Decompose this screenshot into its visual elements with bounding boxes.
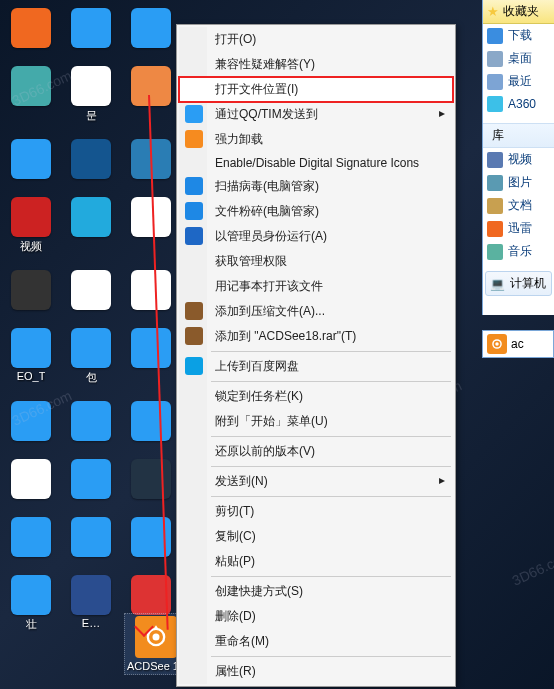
desktop-icon[interactable] [122,517,180,559]
desktop-icon[interactable] [62,270,120,312]
desktop-icon[interactable] [122,459,180,501]
nav-recent[interactable]: 最近 [483,70,554,93]
context-menu-pin-taskbar[interactable]: 锁定到任务栏(K) [179,384,453,409]
cloud-icon [185,357,203,375]
nav-a360[interactable]: A360 [483,93,554,115]
desktop-icon[interactable] [122,139,180,181]
context-menu-send-to[interactable]: 发送到(N)▸ [179,469,453,494]
context-menu-file-shred[interactable]: 文件粉碎(电脑管家) [179,199,453,224]
desktop-icon[interactable] [2,270,60,312]
qq-icon [185,105,203,123]
nav-favorites-header[interactable]: ★收藏夹 [483,0,554,24]
desktop-icon[interactable] [122,401,180,443]
context-menu-copy[interactable]: 复制(C) [179,524,453,549]
watermark: 3D66.com [510,547,554,588]
nav-library-header[interactable]: 库 [483,123,554,148]
desktop-icon[interactable] [62,517,120,559]
winrar-icon [185,327,203,345]
acdsee-icon [487,334,507,354]
desktop-icon[interactable] [62,139,120,181]
download-icon [487,28,503,44]
nav-downloads[interactable]: 下载 [483,24,554,47]
context-menu-rename[interactable]: 重命名(M) [179,629,453,654]
context-menu-scan-virus[interactable]: 扫描病毒(电脑管家) [179,174,453,199]
desktop-icon[interactable] [122,270,180,312]
svg-point-3 [495,342,499,346]
winrar-icon [185,302,203,320]
svg-point-1 [153,634,160,641]
recent-icon [487,74,503,90]
context-menu-restore-versions[interactable]: 还原以前的版本(V) [179,439,453,464]
context-menu-delete[interactable]: 删除(D) [179,604,453,629]
xunlei-icon [487,221,503,237]
admin-shield-icon [185,227,203,245]
context-menu: 打开(O) 兼容性疑难解答(Y) 打开文件位置(I) 通过QQ/TIM发送到▸ … [176,24,456,687]
context-menu-add-to-archive[interactable]: 添加到压缩文件(A)... [179,299,453,324]
desktop-icon[interactable] [2,459,60,501]
desktop-icon[interactable] [2,517,60,559]
context-menu-paste[interactable]: 粘贴(P) [179,549,453,574]
desktop-icon[interactable]: 包 [62,328,120,385]
nav-videos[interactable]: 视频 [483,148,554,171]
computer-icon: 💻 [490,277,505,291]
explorer-nav-pane: ★收藏夹 下载 桌面 最近 A360 库 视频 图片 文档 迅雷 音乐 💻计算机 [482,0,554,315]
context-menu-properties[interactable]: 属性(R) [179,659,453,684]
context-menu-create-shortcut[interactable]: 创建快捷方式(S) [179,579,453,604]
nav-xunlei[interactable]: 迅雷 [483,217,554,240]
a360-icon [487,96,503,112]
document-icon [487,198,503,214]
nav-music[interactable]: 音乐 [483,240,554,263]
star-icon: ★ [487,4,499,19]
desktop-icon-grid: 문 视频 EO_T 包 壮 E… kyN… [0,0,180,640]
desktop-icon[interactable] [122,8,180,50]
desktop-icon[interactable] [2,8,60,50]
desktop-icon[interactable]: 视频 [2,197,60,254]
desktop-icon[interactable] [122,328,180,385]
music-icon [487,244,503,260]
nav-pictures[interactable]: 图片 [483,171,554,194]
context-menu-open[interactable]: 打开(O) [179,27,453,52]
context-menu-pin-start[interactable]: 附到「开始」菜单(U) [179,409,453,434]
nav-documents[interactable]: 文档 [483,194,554,217]
desktop-icon [487,51,503,67]
desktop-icon[interactable] [62,459,120,501]
desktop-icon[interactable]: 문 [62,66,120,123]
nav-computer[interactable]: 💻计算机 [485,271,552,296]
desktop-icon[interactable] [122,66,180,123]
desktop-icon[interactable] [2,401,60,443]
context-menu-run-as-admin[interactable]: 以管理员身份运行(A) [179,224,453,249]
desktop-icon[interactable] [2,66,60,123]
context-menu-get-admin[interactable]: 获取管理权限 [179,249,453,274]
context-menu-cut[interactable]: 剪切(T) [179,499,453,524]
desktop-icon[interactable] [2,139,60,181]
desktop-icon[interactable]: E… [62,575,120,632]
context-menu-digital-signature[interactable]: Enable/Disable Digital Signature Icons [179,152,453,174]
uninstall-icon [185,130,203,148]
context-menu-open-with-notepad[interactable]: 用记事本打开该文件 [179,274,453,299]
desktop-icon[interactable] [62,8,120,50]
context-menu-open-file-location[interactable]: 打开文件位置(I) [179,77,453,102]
desktop-icon[interactable] [62,197,120,254]
picture-icon [487,175,503,191]
desktop-icon[interactable]: 壮 [2,575,60,632]
context-menu-upload-baidu[interactable]: 上传到百度网盘 [179,354,453,379]
nav-desktop[interactable]: 桌面 [483,47,554,70]
context-menu-compat-troubleshoot[interactable]: 兼容性疑难解答(Y) [179,52,453,77]
desktop-icon[interactable] [62,401,120,443]
shield-icon [185,202,203,220]
shield-icon [185,177,203,195]
context-menu-qq-send[interactable]: 通过QQ/TIM发送到▸ [179,102,453,127]
desktop-icon[interactable] [122,197,180,254]
acdsee-title-band: ac [482,330,554,358]
context-menu-force-uninstall[interactable]: 强力卸载 [179,127,453,152]
video-icon [487,152,503,168]
desktop-icon[interactable]: EO_T [2,328,60,385]
context-menu-add-to-rar[interactable]: 添加到 "ACDSee18.rar"(T) [179,324,453,349]
